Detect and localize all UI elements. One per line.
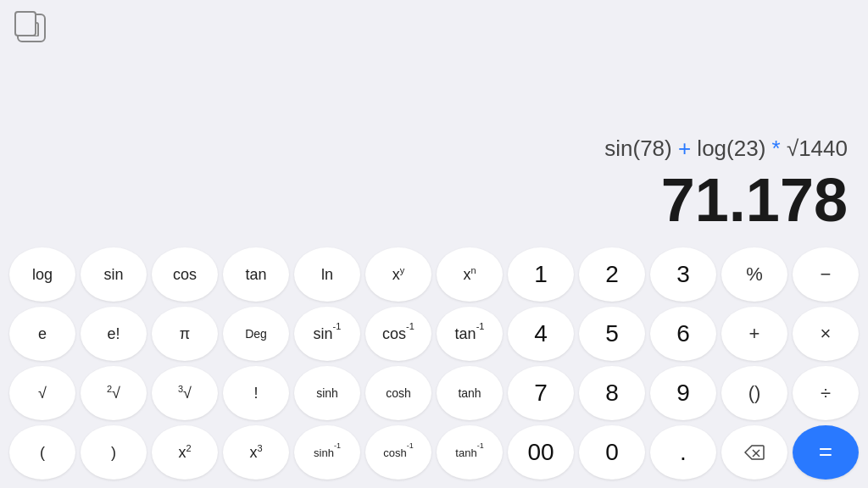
key-3[interactable]: 3 <box>650 247 716 302</box>
key-tanh[interactable]: tanh <box>437 366 503 420</box>
key-decimal[interactable]: . <box>650 425 716 480</box>
key-6[interactable]: 6 <box>650 307 716 361</box>
key-x-power-y[interactable]: xy <box>365 247 431 302</box>
key-row: ()x2x3sinh-1cosh-1tanh-1000.= <box>7 425 861 480</box>
key-e[interactable]: e <box>9 307 75 361</box>
key-1[interactable]: 1 <box>508 247 574 302</box>
key-parens[interactable]: () <box>721 366 787 420</box>
display: sin(78) + log(23) * √1440 71.178 <box>0 0 868 242</box>
key-x-power-n[interactable]: xn <box>437 247 503 302</box>
key-row: √2√3√!sinhcoshtanh789()÷ <box>7 366 861 420</box>
key-0[interactable]: 0 <box>579 425 645 480</box>
key-tan[interactable]: tan <box>223 247 289 302</box>
copy-button[interactable] <box>17 14 46 42</box>
key-3-sqrt[interactable]: 3√ <box>152 366 218 420</box>
key-4[interactable]: 4 <box>508 307 574 361</box>
key-multiply[interactable]: × <box>793 307 859 361</box>
key-sin[interactable]: sin <box>81 247 147 302</box>
key-00[interactable]: 00 <box>508 425 574 480</box>
key-arctan[interactable]: tan-1 <box>437 307 503 361</box>
key-row: ee!πDegsin-1cos-1tan-1456+× <box>7 307 861 361</box>
key-sqrt[interactable]: √ <box>9 366 75 420</box>
key-cos[interactable]: cos <box>152 247 218 302</box>
key-deg[interactable]: Deg <box>223 307 289 361</box>
key-7[interactable]: 7 <box>508 366 574 420</box>
key-close-paren[interactable]: ) <box>81 425 147 480</box>
key-equals[interactable]: = <box>793 425 859 480</box>
key-percent[interactable]: % <box>721 247 787 302</box>
key-factorial[interactable]: ! <box>223 366 289 420</box>
key-2-sqrt[interactable]: 2√ <box>81 366 147 420</box>
key-9[interactable]: 9 <box>650 366 716 420</box>
key-arccos[interactable]: cos-1 <box>365 307 431 361</box>
key-2[interactable]: 2 <box>579 247 645 302</box>
key-arcsinh[interactable]: sinh-1 <box>294 425 360 480</box>
key-x-cubed[interactable]: x3 <box>223 425 289 480</box>
key-divide[interactable]: ÷ <box>793 366 859 420</box>
key-arccosh[interactable]: cosh-1 <box>365 425 431 480</box>
key-ln[interactable]: ln <box>294 247 360 302</box>
key-plus[interactable]: + <box>721 307 787 361</box>
key-backspace[interactable] <box>721 425 787 480</box>
key-pi[interactable]: π <box>152 307 218 361</box>
expression: sin(78) + log(23) * √1440 <box>604 135 848 164</box>
key-e-factorial[interactable]: e! <box>81 307 147 361</box>
key-x-squared[interactable]: x2 <box>152 425 218 480</box>
key-cosh[interactable]: cosh <box>365 366 431 420</box>
svg-rect-1 <box>25 20 36 34</box>
keypad: logsincostanlnxyxn123%−ee!πDegsin-1cos-1… <box>0 242 868 488</box>
key-arcsin[interactable]: sin-1 <box>294 307 360 361</box>
key-sinh[interactable]: sinh <box>294 366 360 420</box>
key-log[interactable]: log <box>9 247 75 302</box>
key-arctanh[interactable]: tanh-1 <box>437 425 503 480</box>
key-row: logsincostanlnxyxn123%− <box>7 247 861 302</box>
key-8[interactable]: 8 <box>579 366 645 420</box>
key-open-paren[interactable]: ( <box>9 425 75 480</box>
key-5[interactable]: 5 <box>579 307 645 361</box>
key-minus[interactable]: − <box>793 247 859 302</box>
result: 71.178 <box>661 167 848 234</box>
svg-rect-0 <box>27 23 38 36</box>
